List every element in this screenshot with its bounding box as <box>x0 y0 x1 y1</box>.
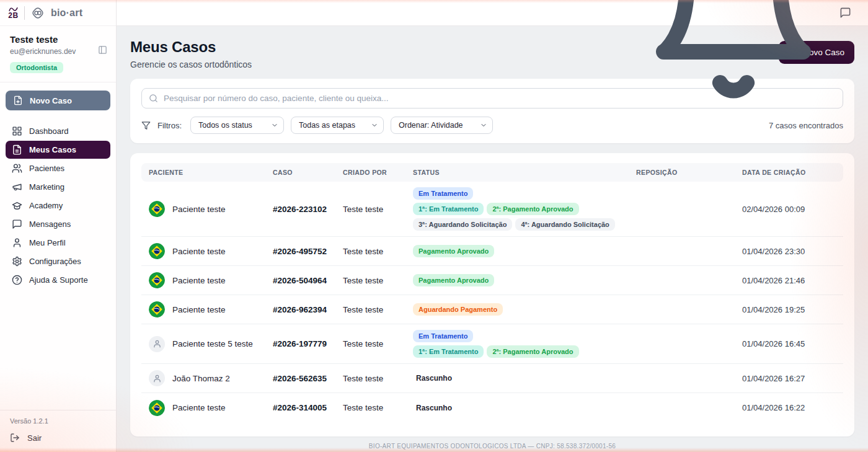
table-row[interactable]: Paciente teste #2026-223102 Teste teste … <box>141 182 843 237</box>
sidebar-nav-items: Dashboard Meus Casos Pacientes Marketing… <box>6 122 110 289</box>
table-row[interactable]: Paciente teste #2026-504964 Teste teste … <box>141 266 843 295</box>
person-avatar <box>149 370 165 386</box>
sidebar-item-label: Meus Casos <box>29 145 76 154</box>
brazil-flag-avatar <box>149 201 165 217</box>
case-number: #2026-495752 <box>273 247 343 256</box>
funnel-icon <box>141 121 151 130</box>
table-row[interactable]: Paciente teste #2026-495752 Teste teste … <box>141 237 843 266</box>
status-badge: 3ª: Aguardando Solicitação <box>413 218 512 231</box>
user-section: Teste teste eu@ericknunes.dev Ortodontis… <box>0 26 116 82</box>
sidebar-item-meus-casos[interactable]: Meus Casos <box>6 141 110 159</box>
page-subtitle: Gerencie os casos ortodônticos <box>130 60 252 69</box>
topbar: 9+ <box>117 0 868 26</box>
patient-name: João Thomaz 2 <box>172 374 230 383</box>
table-row[interactable]: João Thomaz 2 #2026-562635 Teste teste R… <box>141 364 843 393</box>
sidebar-footer: Versão 1.2.1 Sair <box>0 410 116 452</box>
graduation-cap-icon <box>12 200 22 211</box>
brazil-flag-avatar <box>149 400 165 416</box>
sidebar-item-meu-perfil[interactable]: Meu Perfil <box>6 234 110 252</box>
brazil-flag-avatar <box>149 301 165 317</box>
created-by: Teste teste <box>343 205 413 214</box>
sidebar-item-label: Configurações <box>29 257 81 266</box>
column-header-reposicao: Reposição <box>636 169 742 176</box>
app-version: Versão 1.2.1 <box>10 417 106 425</box>
page-title: Meus Casos <box>130 38 252 56</box>
sidebar-nav: Novo Caso Dashboard Meus Casos Pacientes… <box>0 82 116 410</box>
file-text-icon <box>12 144 22 155</box>
status-cell: Aguardando Pagamento <box>413 298 636 321</box>
user-name: Teste teste <box>10 34 106 45</box>
sidebar-item-dashboard[interactable]: Dashboard <box>6 122 110 140</box>
sidebar-item-ajuda-suporte[interactable]: Ajuda & Suporte <box>6 271 110 289</box>
created-at: 01/04/2026 16:45 <box>742 339 843 348</box>
table-body: Paciente teste #2026-223102 Teste teste … <box>141 182 843 422</box>
column-header-criado-por: Criado por <box>343 169 413 176</box>
brazil-flag-avatar <box>149 243 165 259</box>
brand-logo: 2B bio·art <box>0 0 116 26</box>
patient-name: Paciente teste <box>172 205 226 214</box>
column-header-paciente: Paciente <box>149 169 273 176</box>
table-header: Paciente Caso Criado por Status Reposiçã… <box>141 163 843 182</box>
created-by: Teste teste <box>343 305 413 314</box>
sidebar-item-label: Ajuda & Suporte <box>29 275 88 285</box>
table-row[interactable]: Paciente teste #2026-314005 Teste teste … <box>141 393 843 422</box>
2b-logo-text: 2B <box>8 12 18 19</box>
patient-name: Paciente teste <box>172 276 226 285</box>
created-by: Teste teste <box>343 403 413 412</box>
logout-button[interactable]: Sair <box>10 433 106 443</box>
sidebar: 2B bio·art Teste teste eu@ericknunes.dev… <box>0 0 117 452</box>
help-icon <box>12 275 22 285</box>
results-count: 7 casos encontrados <box>769 121 843 130</box>
status-badge: 2ª: Pagamento Aprovado <box>487 203 578 215</box>
sidebar-new-case-button[interactable]: Novo Caso <box>6 91 110 110</box>
person-avatar <box>149 336 165 352</box>
file-plus-icon <box>13 95 23 105</box>
patient-name: Paciente teste <box>172 403 226 412</box>
status-badge: Em Tratamento <box>413 187 473 200</box>
status-badge: Aguardando Pagamento <box>413 303 503 316</box>
patient-name: Paciente teste <box>172 247 226 256</box>
gear-icon <box>12 256 22 267</box>
role-badge: Ortodontista <box>10 62 63 73</box>
bioart-logo-icon <box>30 6 45 20</box>
filters-label: Filtros: <box>157 121 182 130</box>
sidebar-item-label: Marketing <box>29 182 64 192</box>
status-filter-select[interactable]: Todos os status <box>190 117 284 134</box>
status-badge: 1ª: Em Tratamento <box>413 345 484 358</box>
collapse-sidebar-icon[interactable] <box>98 45 107 55</box>
stage-filter-select[interactable]: Todas as etapas <box>291 117 384 134</box>
status-badge: 4ª: Aguardando Solicitação <box>515 218 614 231</box>
created-at: 01/04/2026 16:22 <box>742 403 843 412</box>
case-number: #2026-562635 <box>273 374 343 383</box>
created-at: 01/04/2026 19:25 <box>742 305 843 314</box>
table-row[interactable]: Paciente teste #2026-962394 Teste teste … <box>141 295 843 324</box>
created-by: Teste teste <box>343 247 413 256</box>
status-cell: Em Tratamento1ª: Em Tratamento2ª: Pagame… <box>413 324 636 363</box>
user-icon <box>12 237 22 248</box>
grid-icon <box>12 126 22 136</box>
column-header-status: Status <box>413 169 636 176</box>
table-row[interactable]: Paciente teste 5 teste #2026-197779 Test… <box>141 324 843 364</box>
logout-icon <box>10 433 20 443</box>
brazil-flag-avatar <box>149 272 165 288</box>
company-footer: BIO-ART EQUIPAMENTOS ODONTOLOGICOS LTDA … <box>130 436 854 452</box>
status-badge: 2ª: Pagamento Aprovado <box>487 345 578 358</box>
chat-icon <box>12 219 22 229</box>
bioart-logo-text: bio·art <box>51 7 82 19</box>
sidebar-item-marketing[interactable]: Marketing <box>6 178 110 196</box>
sidebar-item-academy[interactable]: Academy <box>6 197 110 215</box>
case-number: #2026-962394 <box>273 305 343 314</box>
users-icon <box>12 163 22 174</box>
sidebar-item-label: Pacientes <box>29 164 64 173</box>
sidebar-item-configuracoes[interactable]: Configurações <box>6 252 110 270</box>
chat-icon[interactable] <box>839 7 851 19</box>
sidebar-item-label: Academy <box>29 201 63 210</box>
bell-icon[interactable] <box>640 0 826 106</box>
status-badge: Pagamento Aprovado <box>413 245 494 257</box>
sort-select[interactable]: Ordenar: Atividade <box>391 117 493 134</box>
sidebar-item-pacientes[interactable]: Pacientes <box>6 159 110 177</box>
cases-table-card: Paciente Caso Criado por Status Reposiçã… <box>130 153 854 436</box>
status-badge: Pagamento Aprovado <box>413 274 494 286</box>
status-badge: 1ª: Em Tratamento <box>413 203 484 215</box>
sidebar-item-mensagens[interactable]: Mensagens <box>6 215 110 233</box>
